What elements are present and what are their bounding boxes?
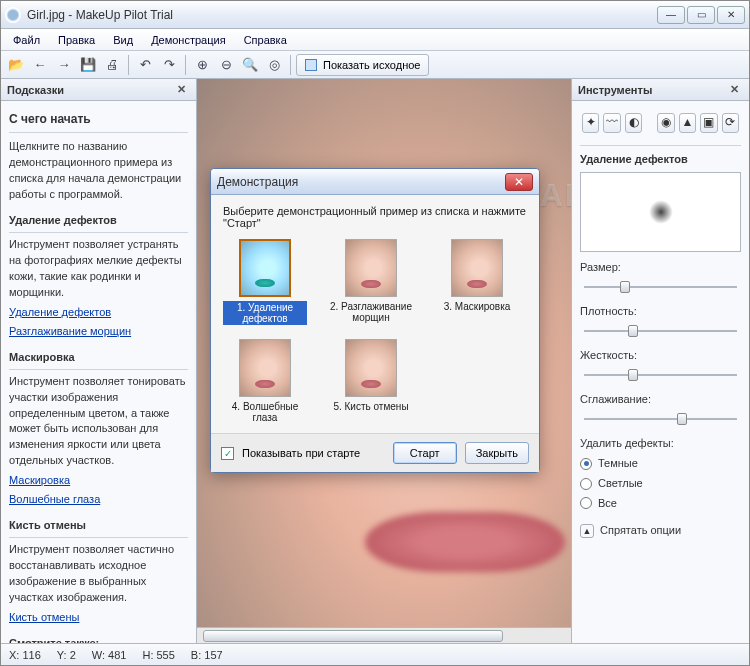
hints-header: Подсказки ✕	[1, 79, 196, 101]
toolbar: 📂 ← → 💾 🖨 ↶ ↷ ⊕ ⊖ 🔍 ◎ Показать исходное	[1, 51, 749, 79]
start-button[interactable]: Старт	[393, 442, 457, 464]
redo-icon[interactable]: ↷	[158, 54, 180, 76]
menu-view[interactable]: Вид	[105, 32, 141, 48]
show-original-button[interactable]: Показать исходное	[296, 54, 429, 76]
demo-thumb-icon	[345, 239, 397, 297]
hints-text: Инструмент позволяет устранять на фотогр…	[9, 237, 188, 301]
density-label: Плотность:	[580, 304, 741, 320]
demo-thumb-icon	[239, 239, 291, 297]
toolbar-separator	[185, 55, 186, 75]
undo-icon[interactable]: ↶	[134, 54, 156, 76]
tools-panel: Инструменты ✕ ✦ 〰 ◐ ◉ ▲ ▣ ⟳ Удаление деф…	[571, 79, 749, 643]
demo-item-5[interactable]: 5. Кисть отмены	[329, 339, 413, 423]
show-on-start-checkbox[interactable]: ✓	[221, 447, 234, 460]
window-title: Girl.jpg - MakeUp Pilot Trial	[27, 8, 657, 22]
show-original-label: Показать исходное	[323, 59, 420, 71]
defects-label: Удалить дефекты:	[580, 436, 741, 452]
smoothing-slider[interactable]	[580, 410, 741, 428]
forward-icon[interactable]: →	[53, 54, 75, 76]
demo-item-3[interactable]: 3. Маскировка	[435, 239, 519, 325]
hints-text: Инструмент позволяет частично восстанавл…	[9, 542, 188, 606]
toolbar-separator	[128, 55, 129, 75]
toolbar-separator	[290, 55, 291, 75]
zoom-out-icon[interactable]: ⊖	[215, 54, 237, 76]
size-label: Размер:	[580, 260, 741, 276]
app-window: Girl.jpg - MakeUp Pilot Trial — ▭ ✕ Файл…	[0, 0, 750, 666]
tool-eye-icon[interactable]: ◉	[657, 113, 674, 133]
status-w: W: 481	[92, 649, 127, 661]
tool-rotate-icon[interactable]: ⟳	[722, 113, 739, 133]
demo-thumb-icon	[451, 239, 503, 297]
chevron-up-icon: ▲	[580, 524, 594, 538]
status-b: B: 157	[191, 649, 223, 661]
app-icon	[5, 7, 21, 23]
hints-link[interactable]: Волшебные глаза	[9, 492, 188, 508]
original-thumb-icon	[305, 59, 317, 71]
maximize-button[interactable]: ▭	[687, 6, 715, 24]
radio-dark[interactable]: Темные	[580, 456, 741, 472]
minimize-button[interactable]: —	[657, 6, 685, 24]
density-slider[interactable]	[580, 322, 741, 340]
tool-defects-icon[interactable]: ✦	[582, 113, 599, 133]
demo-thumb-icon	[345, 339, 397, 397]
hints-section-heading: Смотрите также:	[9, 636, 188, 643]
print-icon[interactable]: 🖨	[101, 54, 123, 76]
menubar: Файл Правка Вид Демонстрация Справка	[1, 29, 749, 51]
smoothing-label: Сглаживание:	[580, 392, 741, 408]
hints-link[interactable]: Кисть отмены	[9, 610, 188, 626]
tool-crop-icon[interactable]: ▣	[700, 113, 717, 133]
dialog-grid: 1. Удаление дефектов 2. Разглаживание мо…	[223, 239, 527, 423]
size-slider[interactable]	[580, 278, 741, 296]
zoom-actual-icon[interactable]: ◎	[263, 54, 285, 76]
hints-body: С чего начать Щелкните по названию демон…	[1, 101, 196, 643]
demo-item-1[interactable]: 1. Удаление дефектов	[223, 239, 307, 325]
dialog-body: Выберите демонстрационный пример из спис…	[211, 195, 539, 433]
close-button[interactable]: ✕	[717, 6, 745, 24]
tools-body: ✦ 〰 ◐ ◉ ▲ ▣ ⟳ Удаление дефектов Размер: …	[572, 101, 749, 643]
horizontal-scrollbar[interactable]	[197, 627, 571, 643]
hints-section-heading: С чего начать	[9, 111, 188, 133]
menu-file[interactable]: Файл	[5, 32, 48, 48]
menu-help[interactable]: Справка	[236, 32, 295, 48]
tools-title: Инструменты	[578, 84, 652, 96]
hints-close-icon[interactable]: ✕	[173, 83, 190, 96]
image-detail	[365, 512, 565, 572]
demo-item-4[interactable]: 4. Волшебные глаза	[223, 339, 307, 423]
back-icon[interactable]: ←	[29, 54, 51, 76]
dialog-close-icon[interactable]: ✕	[505, 173, 533, 191]
hints-section-heading: Маскировка	[9, 350, 188, 370]
hints-section-heading: Удаление дефектов	[9, 213, 188, 233]
tool-smooth-icon[interactable]: 〰	[603, 113, 620, 133]
tool-row-1: ✦ 〰 ◐ ◉ ▲ ▣ ⟳	[580, 109, 741, 137]
statusbar: X: 116 Y: 2 W: 481 H: 555 B: 157	[1, 643, 749, 665]
tool-group-title: Удаление дефектов	[580, 145, 741, 168]
close-dialog-button[interactable]: Закрыть	[465, 442, 529, 464]
demo-dialog: Демонстрация ✕ Выберите демонстрационный…	[210, 168, 540, 473]
zoom-in-icon[interactable]: ⊕	[191, 54, 213, 76]
zoom-fit-icon[interactable]: 🔍	[239, 54, 261, 76]
status-y: Y: 2	[57, 649, 76, 661]
hardness-slider[interactable]	[580, 366, 741, 384]
scrollbar-thumb[interactable]	[203, 630, 503, 642]
radio-all[interactable]: Все	[580, 496, 741, 512]
menu-demo[interactable]: Демонстрация	[143, 32, 234, 48]
save-icon[interactable]: 💾	[77, 54, 99, 76]
hide-options-button[interactable]: ▲ Спрятать опции	[580, 523, 741, 539]
dialog-prompt: Выберите демонстрационный пример из спис…	[223, 205, 527, 229]
hints-link[interactable]: Маскировка	[9, 473, 188, 489]
tool-color-icon[interactable]: ▲	[679, 113, 696, 133]
menu-edit[interactable]: Правка	[50, 32, 103, 48]
tool-mask-icon[interactable]: ◐	[625, 113, 642, 133]
titlebar: Girl.jpg - MakeUp Pilot Trial — ▭ ✕	[1, 1, 749, 29]
tools-close-icon[interactable]: ✕	[726, 83, 743, 96]
hardness-label: Жесткость:	[580, 348, 741, 364]
dialog-titlebar: Демонстрация ✕	[211, 169, 539, 195]
demo-item-2[interactable]: 2. Разглаживание морщин	[329, 239, 413, 325]
radio-light[interactable]: Светлые	[580, 476, 741, 492]
hints-link[interactable]: Разглаживание морщин	[9, 324, 188, 340]
hints-section-heading: Кисть отмены	[9, 518, 188, 538]
hints-link[interactable]: Удаление дефектов	[9, 305, 188, 321]
hints-text: Инструмент позволяет тонировать участки …	[9, 374, 188, 470]
open-icon[interactable]: 📂	[5, 54, 27, 76]
show-on-start-label: Показывать при старте	[242, 447, 360, 459]
